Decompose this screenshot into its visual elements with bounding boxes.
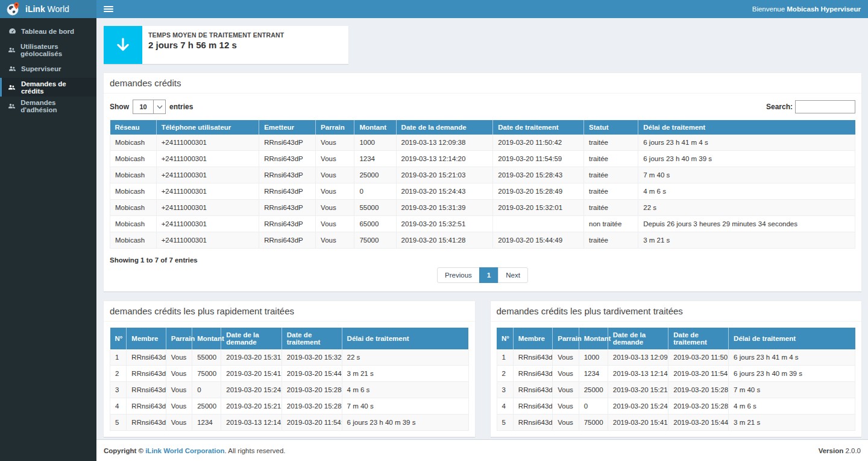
- page-length-select[interactable]: 10: [133, 100, 166, 114]
- arrow-down-icon: [104, 26, 142, 64]
- column-header[interactable]: Délai de traitement: [638, 120, 855, 135]
- sidebar-item-demandes-adhesion[interactable]: Demandes d'adhésion: [0, 97, 96, 115]
- column-header[interactable]: Délai de traitement: [729, 328, 855, 349]
- column-header[interactable]: Téléphone utilisateur: [156, 120, 259, 135]
- table-cell: +24111000301: [156, 200, 259, 216]
- column-header[interactable]: Délai de traitement: [342, 328, 468, 349]
- table-cell: 5: [110, 415, 127, 431]
- company-link[interactable]: iLink World Corporation: [145, 447, 224, 454]
- table-cell: Mobicash: [110, 232, 157, 249]
- table-row: Mobicash+24111000301RRnsi643dPVous02019-…: [110, 183, 855, 200]
- column-header[interactable]: Emetteur: [259, 120, 316, 135]
- fastest-credits-panel: demandes crédits les plus rapidement tra…: [104, 300, 475, 437]
- column-header[interactable]: N°: [497, 328, 513, 349]
- column-header[interactable]: Date de traitement: [281, 328, 342, 349]
- table-cell: traitée: [584, 183, 638, 200]
- pagination-next-button[interactable]: Next: [498, 267, 528, 283]
- table-cell: 1234: [192, 415, 221, 431]
- table-cell: Vous: [553, 382, 579, 398]
- table-row: Mobicash+24111000301RRnsi643dPVous650002…: [110, 216, 855, 232]
- table-summary: Showing 1 to 7 of 7 entries: [110, 256, 855, 264]
- table-cell: 2019-03-13 12:14:20: [608, 366, 668, 382]
- search-input[interactable]: [795, 100, 855, 113]
- table-cell: non traitée: [584, 216, 638, 232]
- globe-pin-logo-icon: [6, 2, 20, 16]
- column-header[interactable]: Date de la demande: [396, 120, 493, 135]
- column-header[interactable]: Réseau: [110, 120, 157, 135]
- info-box-value: 2 jours 7 h 56 m 12 s: [148, 40, 284, 50]
- column-header[interactable]: Montant: [579, 328, 608, 349]
- app-logo[interactable]: iLink World: [0, 0, 96, 18]
- column-header[interactable]: Date de la demande: [608, 328, 668, 349]
- slowest-credits-panel: demandes crédits les plus tardivement tr…: [491, 300, 862, 437]
- table-cell: 2019-03-20 11:54:59: [281, 415, 342, 431]
- fastest-credits-table-head: N°MembreParrainMontantDate de la demande…: [110, 328, 469, 349]
- sidebar-item-tableau-de-bord[interactable]: Tableau de bord: [0, 22, 96, 40]
- pagination-page-1-button[interactable]: 1: [479, 267, 498, 283]
- table-cell: +24111000301: [156, 135, 259, 151]
- sidebar-item-utilisateurs-geolocalises[interactable]: Utilisateurs géolocalisés: [0, 40, 96, 59]
- table-cell: RRnsi643dP: [259, 135, 316, 151]
- table-cell: 55000: [354, 200, 396, 216]
- sidebar: iLink World Tableau de bord Utilisateurs…: [0, 0, 96, 461]
- search-label: Search:: [766, 103, 793, 111]
- credits-table: RéseauTéléphone utilisateurEmetteurParra…: [110, 120, 855, 249]
- sidebar-item-label: Tableau de bord: [21, 28, 74, 35]
- table-cell: 2019-03-20 15:41:28: [396, 232, 493, 249]
- table-cell: traitée: [584, 232, 638, 249]
- table-cell: Vous: [166, 415, 192, 431]
- table-cell: 2019-03-20 15:21:03: [608, 382, 668, 398]
- column-header[interactable]: Date de la demande: [221, 328, 281, 349]
- table-cell: 4: [497, 398, 513, 415]
- column-header[interactable]: Parrain: [166, 328, 192, 349]
- table-cell: Vous: [316, 216, 354, 232]
- slowest-credits-table-head: N°MembreParrainMontantDate de la demande…: [497, 328, 855, 349]
- column-header[interactable]: Date de traitement: [493, 120, 584, 135]
- entries-label: entries: [169, 103, 193, 111]
- table-cell: Vous: [316, 200, 354, 216]
- main-area: Bienvenue Mobicash Hyperviseur TEMPS MOY…: [96, 0, 868, 461]
- sidebar-menu: Tableau de bord Utilisateurs géolocalisé…: [0, 18, 96, 115]
- table-cell: 25000: [354, 167, 396, 183]
- search-control: Search:: [766, 100, 855, 113]
- column-header[interactable]: Montant: [354, 120, 396, 135]
- table-row: Mobicash+24111000301RRnsi643dPVous123420…: [110, 151, 855, 167]
- column-header[interactable]: Statut: [584, 120, 638, 135]
- table-cell: 4 m 6 s: [342, 382, 468, 398]
- credits-panel-title: demandes crédits: [104, 73, 861, 94]
- table-cell: RRnsi643dP: [513, 349, 552, 366]
- column-header[interactable]: Parrain: [316, 120, 354, 135]
- table-cell: traitée: [584, 135, 638, 151]
- column-header[interactable]: Parrain: [553, 328, 579, 349]
- table-cell: 6 jours 23 h 40 m 39 s: [342, 415, 468, 431]
- table-cell: traitée: [584, 200, 638, 216]
- column-header[interactable]: Membre: [513, 328, 552, 349]
- welcome-text: Bienvenue Mobicash Hyperviseur: [752, 5, 861, 13]
- table-cell: Vous: [316, 135, 354, 151]
- table-cell: RRnsi643dP: [259, 216, 316, 232]
- table-cell: 2019-03-20 15:21:03: [396, 167, 493, 183]
- table-cell: RRnsi643dP: [259, 232, 316, 249]
- fastest-credits-table: N°MembreParrainMontantDate de la demande…: [110, 328, 469, 431]
- column-header[interactable]: Membre: [127, 328, 166, 349]
- table-cell: 6 jours 23 h 41 m 4 s: [638, 135, 855, 151]
- table-cell: 2019-03-20 15:32:01: [281, 349, 342, 366]
- sidebar-item-label: Demandes de crédits: [21, 80, 90, 95]
- sidebar-item-demandes-de-credits[interactable]: Demandes de crédits: [0, 78, 96, 97]
- column-header[interactable]: Montant: [192, 328, 221, 349]
- table-cell: RRnsi643dP: [127, 415, 166, 431]
- table-cell: +24111000301: [156, 216, 259, 232]
- table-cell: RRnsi643dP: [513, 415, 552, 431]
- table-row: 2RRnsi643dPVous750002019-03-20 15:41:282…: [110, 366, 469, 382]
- sidebar-item-superviseur[interactable]: Superviseur: [0, 59, 96, 78]
- pagination-previous-button[interactable]: Previous: [437, 267, 480, 283]
- table-cell: RRnsi643dP: [127, 382, 166, 398]
- table-cell: [493, 216, 584, 232]
- column-header[interactable]: Date de traitement: [668, 328, 729, 349]
- table-cell: 75000: [192, 366, 221, 382]
- column-header[interactable]: N°: [110, 328, 127, 349]
- hamburger-icon[interactable]: [104, 4, 113, 14]
- info-box-label: TEMPS MOYEN DE TRAITEMENT ENTRANT: [148, 31, 284, 39]
- table-cell: 2019-03-20 15:24:43: [608, 398, 668, 415]
- table-cell: Vous: [166, 382, 192, 398]
